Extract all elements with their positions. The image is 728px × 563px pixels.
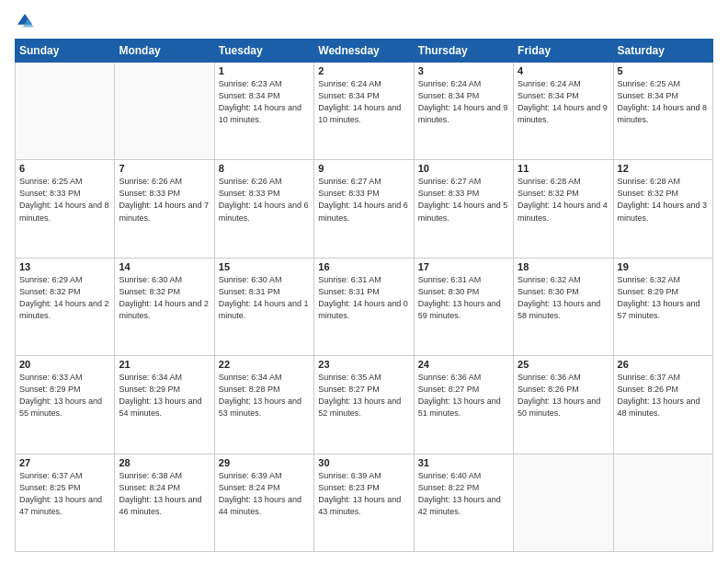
day-info: Sunrise: 6:30 AM Sunset: 8:32 PM Dayligh… bbox=[119, 274, 210, 322]
calendar-cell: 10Sunrise: 6:27 AM Sunset: 8:33 PM Dayli… bbox=[414, 160, 513, 258]
day-number: 18 bbox=[518, 261, 609, 272]
calendar-cell bbox=[613, 454, 712, 551]
day-info: Sunrise: 6:36 AM Sunset: 8:27 PM Dayligh… bbox=[418, 372, 509, 419]
day-info: Sunrise: 6:29 AM Sunset: 8:32 PM Dayligh… bbox=[19, 274, 110, 322]
weekday-monday: Monday bbox=[115, 40, 214, 63]
calendar-cell: 23Sunrise: 6:35 AM Sunset: 8:27 PM Dayli… bbox=[314, 356, 414, 454]
day-info: Sunrise: 6:34 AM Sunset: 8:28 PM Dayligh… bbox=[219, 372, 310, 419]
calendar-cell bbox=[514, 454, 613, 551]
calendar-cell: 16Sunrise: 6:31 AM Sunset: 8:31 PM Dayli… bbox=[314, 258, 414, 355]
day-number: 11 bbox=[518, 163, 609, 174]
calendar-cell: 11Sunrise: 6:28 AM Sunset: 8:32 PM Dayli… bbox=[514, 160, 613, 258]
calendar-cell: 26Sunrise: 6:37 AM Sunset: 8:26 PM Dayli… bbox=[613, 356, 712, 454]
day-number: 30 bbox=[318, 457, 409, 468]
calendar-table: SundayMondayTuesdayWednesdayThursdayFrid… bbox=[15, 39, 713, 552]
day-info: Sunrise: 6:34 AM Sunset: 8:29 PM Dayligh… bbox=[119, 372, 210, 419]
day-number: 12 bbox=[618, 163, 709, 174]
weekday-thursday: Thursday bbox=[414, 40, 513, 63]
day-number: 6 bbox=[19, 163, 110, 174]
day-info: Sunrise: 6:24 AM Sunset: 8:34 PM Dayligh… bbox=[318, 78, 409, 126]
day-info: Sunrise: 6:36 AM Sunset: 8:26 PM Dayligh… bbox=[518, 372, 609, 419]
week-row-1: 6Sunrise: 6:25 AM Sunset: 8:33 PM Daylig… bbox=[16, 160, 713, 258]
logo bbox=[15, 11, 39, 31]
day-number: 5 bbox=[618, 65, 709, 76]
day-number: 20 bbox=[19, 359, 110, 370]
logo-icon bbox=[15, 11, 35, 31]
day-info: Sunrise: 6:28 AM Sunset: 8:32 PM Dayligh… bbox=[518, 176, 609, 224]
calendar-cell: 1Sunrise: 6:23 AM Sunset: 8:34 PM Daylig… bbox=[214, 63, 313, 160]
day-number: 21 bbox=[119, 359, 210, 370]
day-info: Sunrise: 6:35 AM Sunset: 8:27 PM Dayligh… bbox=[318, 372, 409, 419]
week-row-0: 1Sunrise: 6:23 AM Sunset: 8:34 PM Daylig… bbox=[16, 63, 713, 160]
day-info: Sunrise: 6:38 AM Sunset: 8:24 PM Dayligh… bbox=[119, 470, 210, 518]
day-info: Sunrise: 6:31 AM Sunset: 8:30 PM Dayligh… bbox=[418, 274, 509, 322]
calendar-cell: 5Sunrise: 6:25 AM Sunset: 8:34 PM Daylig… bbox=[613, 63, 712, 160]
calendar-cell bbox=[16, 63, 115, 160]
day-number: 26 bbox=[618, 359, 709, 370]
calendar-cell: 13Sunrise: 6:29 AM Sunset: 8:32 PM Dayli… bbox=[16, 258, 115, 355]
day-number: 2 bbox=[318, 65, 409, 76]
day-number: 9 bbox=[318, 163, 409, 174]
day-info: Sunrise: 6:37 AM Sunset: 8:25 PM Dayligh… bbox=[19, 470, 110, 518]
header bbox=[15, 11, 713, 31]
calendar-cell: 17Sunrise: 6:31 AM Sunset: 8:30 PM Dayli… bbox=[414, 258, 513, 355]
day-info: Sunrise: 6:31 AM Sunset: 8:31 PM Dayligh… bbox=[318, 274, 409, 322]
day-number: 27 bbox=[19, 457, 110, 468]
day-info: Sunrise: 6:37 AM Sunset: 8:26 PM Dayligh… bbox=[618, 372, 709, 419]
day-number: 23 bbox=[318, 359, 409, 370]
day-info: Sunrise: 6:32 AM Sunset: 8:30 PM Dayligh… bbox=[518, 274, 609, 322]
week-row-3: 20Sunrise: 6:33 AM Sunset: 8:29 PM Dayli… bbox=[16, 356, 713, 454]
calendar-cell bbox=[115, 63, 214, 160]
calendar-cell: 12Sunrise: 6:28 AM Sunset: 8:32 PM Dayli… bbox=[613, 160, 712, 258]
calendar-cell: 30Sunrise: 6:39 AM Sunset: 8:23 PM Dayli… bbox=[314, 454, 414, 551]
day-info: Sunrise: 6:25 AM Sunset: 8:34 PM Dayligh… bbox=[618, 78, 709, 126]
week-row-4: 27Sunrise: 6:37 AM Sunset: 8:25 PM Dayli… bbox=[16, 454, 713, 551]
calendar-cell: 14Sunrise: 6:30 AM Sunset: 8:32 PM Dayli… bbox=[115, 258, 214, 355]
day-info: Sunrise: 6:33 AM Sunset: 8:29 PM Dayligh… bbox=[19, 372, 110, 419]
calendar-cell: 22Sunrise: 6:34 AM Sunset: 8:28 PM Dayli… bbox=[214, 356, 313, 454]
day-number: 16 bbox=[318, 261, 409, 272]
day-info: Sunrise: 6:27 AM Sunset: 8:33 PM Dayligh… bbox=[318, 176, 409, 224]
day-number: 7 bbox=[119, 163, 210, 174]
calendar-cell: 31Sunrise: 6:40 AM Sunset: 8:22 PM Dayli… bbox=[414, 454, 513, 551]
weekday-tuesday: Tuesday bbox=[214, 40, 313, 63]
day-number: 15 bbox=[219, 261, 310, 272]
day-info: Sunrise: 6:26 AM Sunset: 8:33 PM Dayligh… bbox=[219, 176, 310, 224]
calendar-cell: 24Sunrise: 6:36 AM Sunset: 8:27 PM Dayli… bbox=[414, 356, 513, 454]
calendar-cell: 8Sunrise: 6:26 AM Sunset: 8:33 PM Daylig… bbox=[214, 160, 313, 258]
calendar-cell: 25Sunrise: 6:36 AM Sunset: 8:26 PM Dayli… bbox=[514, 356, 613, 454]
calendar-cell: 20Sunrise: 6:33 AM Sunset: 8:29 PM Dayli… bbox=[16, 356, 115, 454]
day-number: 19 bbox=[618, 261, 709, 272]
day-info: Sunrise: 6:24 AM Sunset: 8:34 PM Dayligh… bbox=[418, 78, 509, 126]
day-info: Sunrise: 6:30 AM Sunset: 8:31 PM Dayligh… bbox=[219, 274, 310, 322]
day-number: 24 bbox=[418, 359, 509, 370]
weekday-wednesday: Wednesday bbox=[314, 40, 414, 63]
weekday-friday: Friday bbox=[514, 40, 613, 63]
day-number: 8 bbox=[219, 163, 310, 174]
calendar-cell: 9Sunrise: 6:27 AM Sunset: 8:33 PM Daylig… bbox=[314, 160, 414, 258]
calendar-cell: 29Sunrise: 6:39 AM Sunset: 8:24 PM Dayli… bbox=[214, 454, 313, 551]
day-number: 29 bbox=[219, 457, 310, 468]
day-info: Sunrise: 6:26 AM Sunset: 8:33 PM Dayligh… bbox=[119, 176, 210, 224]
weekday-saturday: Saturday bbox=[613, 40, 712, 63]
calendar-cell: 18Sunrise: 6:32 AM Sunset: 8:30 PM Dayli… bbox=[514, 258, 613, 355]
calendar-cell: 2Sunrise: 6:24 AM Sunset: 8:34 PM Daylig… bbox=[314, 63, 414, 160]
day-number: 14 bbox=[119, 261, 210, 272]
calendar-cell: 3Sunrise: 6:24 AM Sunset: 8:34 PM Daylig… bbox=[414, 63, 513, 160]
day-number: 17 bbox=[418, 261, 509, 272]
day-info: Sunrise: 6:28 AM Sunset: 8:32 PM Dayligh… bbox=[618, 176, 709, 224]
day-info: Sunrise: 6:25 AM Sunset: 8:33 PM Dayligh… bbox=[19, 176, 110, 224]
day-info: Sunrise: 6:32 AM Sunset: 8:29 PM Dayligh… bbox=[618, 274, 709, 322]
day-info: Sunrise: 6:39 AM Sunset: 8:23 PM Dayligh… bbox=[318, 470, 409, 518]
day-info: Sunrise: 6:27 AM Sunset: 8:33 PM Dayligh… bbox=[418, 176, 509, 224]
day-number: 28 bbox=[119, 457, 210, 468]
calendar-cell: 7Sunrise: 6:26 AM Sunset: 8:33 PM Daylig… bbox=[115, 160, 214, 258]
day-number: 13 bbox=[19, 261, 110, 272]
calendar-cell: 19Sunrise: 6:32 AM Sunset: 8:29 PM Dayli… bbox=[613, 258, 712, 355]
day-info: Sunrise: 6:24 AM Sunset: 8:34 PM Dayligh… bbox=[518, 78, 609, 126]
calendar-cell: 28Sunrise: 6:38 AM Sunset: 8:24 PM Dayli… bbox=[115, 454, 214, 551]
calendar-cell: 15Sunrise: 6:30 AM Sunset: 8:31 PM Dayli… bbox=[214, 258, 313, 355]
week-row-2: 13Sunrise: 6:29 AM Sunset: 8:32 PM Dayli… bbox=[16, 258, 713, 355]
weekday-sunday: Sunday bbox=[16, 40, 115, 63]
day-info: Sunrise: 6:23 AM Sunset: 8:34 PM Dayligh… bbox=[219, 78, 310, 126]
